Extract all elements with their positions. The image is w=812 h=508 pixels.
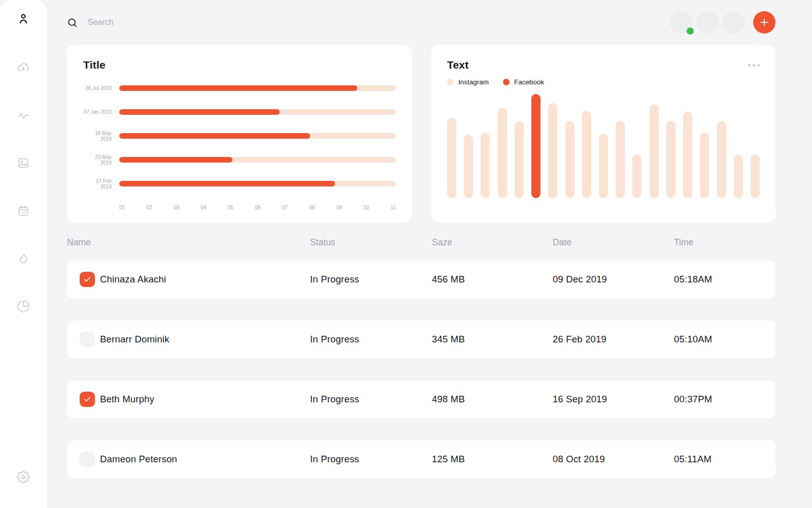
topbar-actions (670, 11, 775, 34)
bars-card-title: Text (447, 59, 468, 71)
bar-highlighted[interactable] (531, 94, 540, 198)
sidebar-item-downloads[interactable] (17, 61, 30, 74)
online-status-dot (687, 27, 694, 35)
sidebar-item-activity[interactable] (17, 109, 30, 122)
table-body: Chinaza AkachiIn Progress456 MB09 Dec 20… (67, 261, 775, 478)
progress-row-label: 28 Jul 2019 (83, 85, 112, 91)
checkbox-checked[interactable] (80, 392, 95, 407)
bar[interactable] (683, 112, 692, 198)
ellipsis-menu-icon[interactable] (748, 59, 760, 67)
x-axis-tick: 05 (228, 205, 233, 210)
name-cell: Dameon Peterson (67, 452, 310, 467)
row-status: In Progress (310, 454, 432, 465)
bar[interactable] (481, 133, 490, 198)
bar[interactable] (565, 121, 574, 198)
progress-row-label: 23 May 2019 (83, 154, 112, 166)
add-button[interactable] (753, 11, 775, 34)
table-row: Dameon PetersonIn Progress125 MB08 Oct 2… (67, 440, 775, 478)
row-date: 08 Oct 2019 (553, 454, 674, 465)
bar[interactable] (666, 121, 675, 198)
x-axis-tick: 09 (336, 205, 342, 210)
row-time: 05:10AM (674, 334, 775, 345)
bar[interactable] (548, 103, 557, 198)
bar[interactable] (751, 154, 760, 198)
chart-legend: InstagramFacebook (447, 78, 760, 86)
bar[interactable] (616, 121, 625, 198)
row-date: 26 Feb 2019 (553, 334, 674, 345)
row-date: 16 Sep 2019 (553, 394, 674, 405)
progress-track (119, 133, 396, 139)
column-header-date: Date (553, 237, 674, 248)
bar[interactable] (632, 154, 641, 198)
bar[interactable] (734, 154, 743, 198)
progress-fill (119, 133, 310, 139)
search-bar (67, 17, 240, 28)
row-size: 345 MB (432, 334, 553, 345)
progress-row: 28 Jul 2019 (83, 85, 396, 91)
checkbox-checked[interactable] (80, 272, 95, 287)
bar[interactable] (464, 135, 473, 198)
bar[interactable] (599, 134, 608, 198)
flame-icon (17, 252, 30, 265)
table-header: NameStatusSazeDateTime (67, 235, 775, 250)
progress-chart-card: Title 28 Jul 201907 Jan 201918 May 20192… (67, 45, 412, 223)
bar[interactable] (582, 111, 591, 198)
table-row: Chinaza AkachiIn Progress456 MB09 Dec 20… (67, 261, 775, 298)
sidebar-item-media[interactable] (17, 156, 30, 170)
sidebar (0, 0, 47, 508)
progress-row: 23 May 2019 (83, 157, 396, 163)
bars-chart-card: Text InstagramFacebook (431, 45, 775, 223)
x-axis-tick: 10 (363, 205, 369, 210)
progress-chart: 28 Jul 201907 Jan 201918 May 201923 May … (83, 85, 396, 186)
column-header-name: Name (67, 237, 310, 248)
row-date: 09 Dec 2019 (553, 274, 674, 285)
avatar[interactable] (696, 11, 719, 34)
row-size: 125 MB (432, 454, 553, 465)
x-axis-tick: 11 (391, 205, 396, 210)
progress-card-title: Title (83, 59, 396, 71)
bar[interactable] (700, 133, 709, 198)
bars-chart (447, 94, 760, 198)
row-name: Chinaza Akachi (100, 274, 166, 285)
x-axis-tick: 01 (119, 205, 125, 210)
row-name: Beth Murphy (100, 394, 154, 405)
row-status: In Progress (310, 334, 432, 345)
row-name: Dameon Peterson (100, 454, 177, 465)
row-status: In Progress (310, 394, 432, 405)
checkbox-unchecked[interactable] (80, 452, 95, 467)
sidebar-item-calendar[interactable] (17, 204, 30, 217)
legend-dot (503, 79, 510, 85)
avatar[interactable] (670, 11, 692, 34)
sidebar-item-trending[interactable] (17, 252, 30, 265)
bar[interactable] (717, 121, 726, 198)
sidebar-item-settings[interactable] (17, 470, 30, 484)
row-name: Bernarr Dominik (100, 334, 170, 345)
search-icon[interactable] (67, 17, 78, 28)
bar[interactable] (650, 105, 659, 199)
row-size: 456 MB (432, 274, 553, 285)
legend-item: Facebook (503, 78, 544, 86)
table-row: Bernarr DominikIn Progress345 MB26 Feb 2… (67, 321, 775, 358)
cloud-download-icon (17, 61, 30, 74)
row-time: 05:18AM (674, 274, 775, 285)
legend-dot (447, 79, 454, 85)
bar[interactable] (447, 118, 456, 198)
x-axis-tick: 02 (146, 205, 152, 210)
row-size: 498 MB (432, 394, 553, 405)
bar[interactable] (515, 121, 524, 198)
progress-row: 18 May 2019 (83, 133, 396, 139)
progress-row-label: 07 Jan 2019 (83, 109, 112, 115)
avatar[interactable] (723, 11, 745, 34)
checkbox-unchecked[interactable] (80, 332, 95, 347)
settings-icon (17, 470, 30, 484)
name-cell: Chinaza Akachi (67, 272, 310, 287)
sidebar-item-reports[interactable] (17, 300, 30, 313)
name-cell: Beth Murphy (67, 392, 310, 407)
x-axis-tick: 08 (309, 205, 315, 210)
bar[interactable] (498, 108, 507, 198)
row-time: 00:37PM (674, 394, 775, 405)
progress-track (119, 109, 396, 115)
search-input[interactable] (88, 18, 240, 27)
sidebar-item-profile[interactable] (17, 12, 30, 25)
column-header-saze: Saze (432, 237, 553, 248)
